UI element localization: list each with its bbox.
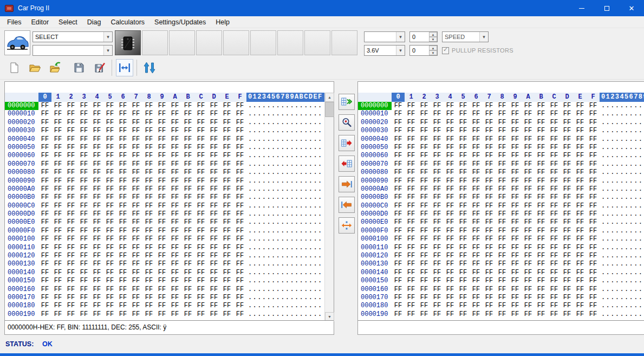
hex-cell[interactable]: FF <box>418 227 431 235</box>
ascii-cell[interactable]: ................ <box>246 294 324 302</box>
hex-cell[interactable]: FF <box>405 227 418 235</box>
hex-cell[interactable]: FF <box>535 294 548 302</box>
hex-cell[interactable]: FF <box>220 119 233 127</box>
hex-cell[interactable]: FF <box>233 252 246 260</box>
ascii-cell[interactable]: ................ <box>246 235 324 243</box>
hex-cell[interactable]: FF <box>431 110 444 118</box>
hex-cell[interactable]: FF <box>233 110 246 118</box>
hex-cell[interactable]: FF <box>574 152 587 160</box>
hex-cell[interactable]: FF <box>103 169 116 177</box>
hex-cell[interactable]: FF <box>418 235 431 243</box>
hex-cell[interactable]: FF <box>233 185 246 193</box>
hex-cell[interactable]: FF <box>574 286 587 294</box>
hex-cell[interactable]: FF <box>509 160 522 169</box>
hex-cell[interactable]: FF <box>233 260 246 268</box>
hex-cell[interactable]: FF <box>496 210 509 218</box>
hex-cell[interactable]: FF <box>587 110 600 118</box>
hex-cell[interactable]: FF <box>207 277 220 285</box>
hex-cell[interactable]: FF <box>457 160 470 169</box>
hex-cell[interactable]: FF <box>142 119 155 127</box>
ascii-cell[interactable]: ................ <box>246 310 324 319</box>
hex-cell[interactable]: FF <box>233 144 246 152</box>
hex-cell[interactable]: FF <box>522 119 535 127</box>
hex-cell[interactable]: FF <box>116 102 129 110</box>
hex-cell[interactable]: FF <box>168 144 181 152</box>
hex-cell[interactable]: FF <box>181 144 194 152</box>
hex-cell[interactable]: FF <box>168 127 181 135</box>
new-file-button[interactable] <box>5 59 23 76</box>
hex-cell[interactable]: FF <box>444 269 457 277</box>
hex-cell[interactable]: FF <box>509 210 522 218</box>
hex-cell[interactable]: FF <box>155 119 168 127</box>
ascii-cell[interactable]: ................ <box>600 269 644 277</box>
hex-cell[interactable]: FF <box>181 102 194 110</box>
hex-cell[interactable]: FF <box>392 177 405 185</box>
hex-cell[interactable]: FF <box>64 277 77 285</box>
hex-cell[interactable]: FF <box>444 277 457 285</box>
hex-cell[interactable]: FF <box>233 193 246 202</box>
hex-cell[interactable]: FF <box>418 302 431 310</box>
hex-cell[interactable]: FF <box>509 185 522 193</box>
hex-cell[interactable]: FF <box>392 218 405 226</box>
hex-cell[interactable]: FF <box>103 152 116 160</box>
hex-cell[interactable]: FF <box>90 160 103 169</box>
hex-cell[interactable]: FF <box>220 202 233 210</box>
hex-cell[interactable]: FF <box>90 252 103 260</box>
hex-cell[interactable]: FF <box>496 269 509 277</box>
hex-cell[interactable]: FF <box>142 210 155 218</box>
hex-cell[interactable]: FF <box>77 277 90 285</box>
hex-cell[interactable]: FF <box>194 193 207 202</box>
hex-cell[interactable]: FF <box>194 102 207 110</box>
hex-cell[interactable]: FF <box>103 310 116 319</box>
hex-cell[interactable]: FF <box>561 119 574 127</box>
hex-cell[interactable]: FF <box>142 235 155 243</box>
hex-cell[interactable]: FF <box>207 185 220 193</box>
hex-cell[interactable]: FF <box>548 127 561 135</box>
hex-cell[interactable]: FF <box>220 277 233 285</box>
hex-cell[interactable]: FF <box>522 169 535 177</box>
hex-cell[interactable]: FF <box>548 269 561 277</box>
hex-cell[interactable]: FF <box>496 244 509 252</box>
hex-cell[interactable]: FF <box>155 135 168 144</box>
hex-cell[interactable]: FF <box>418 169 431 177</box>
hex-cell[interactable]: FF <box>233 310 246 319</box>
hex-cell[interactable]: FF <box>168 202 181 210</box>
hex-cell[interactable]: FF <box>168 169 181 177</box>
hex-cell[interactable]: FF <box>561 177 574 185</box>
hex-cell[interactable]: FF <box>405 302 418 310</box>
hex-cell[interactable]: FF <box>405 260 418 268</box>
hex-cell[interactable]: FF <box>51 244 64 252</box>
hex-cell[interactable]: FF <box>207 127 220 135</box>
hex-cell[interactable]: FF <box>90 286 103 294</box>
hex-cell[interactable]: FF <box>509 135 522 144</box>
hex-cell[interactable]: FF <box>392 210 405 218</box>
hex-cell[interactable]: FF <box>457 294 470 302</box>
ascii-cell[interactable]: ................ <box>246 193 324 202</box>
hex-cell[interactable]: FF <box>116 227 129 235</box>
hex-cell[interactable]: FF <box>496 119 509 127</box>
hex-cell[interactable]: FF <box>483 202 496 210</box>
hex-cell[interactable]: FF <box>509 244 522 252</box>
hex-cell[interactable]: FF <box>470 177 483 185</box>
ascii-cell[interactable]: ................ <box>246 177 324 185</box>
hex-cell[interactable]: FF <box>418 152 431 160</box>
hex-cell[interactable]: FF <box>51 252 64 260</box>
hex-cell[interactable]: FF <box>457 218 470 226</box>
hex-cell[interactable]: FF <box>392 169 405 177</box>
hex-cell[interactable]: FF <box>129 127 142 135</box>
hex-cell[interactable]: FF <box>220 110 233 118</box>
hex-cell[interactable]: FF <box>207 218 220 226</box>
hex-cell[interactable]: FF <box>64 269 77 277</box>
hex-cell[interactable]: FF <box>392 277 405 285</box>
ascii-cell[interactable]: ................ <box>600 160 644 169</box>
hex-cell[interactable]: FF <box>129 269 142 277</box>
hex-cell[interactable]: FF <box>561 193 574 202</box>
hex-cell[interactable]: FF <box>457 193 470 202</box>
hex-cell[interactable]: FF <box>470 235 483 243</box>
hex-cell[interactable]: FF <box>522 277 535 285</box>
hex-cell[interactable]: FF <box>142 269 155 277</box>
hex-cell[interactable]: FF <box>220 127 233 135</box>
hex-cell[interactable]: FF <box>38 169 51 177</box>
hex-cell[interactable]: FF <box>168 160 181 169</box>
hex-cell[interactable]: FF <box>509 202 522 210</box>
